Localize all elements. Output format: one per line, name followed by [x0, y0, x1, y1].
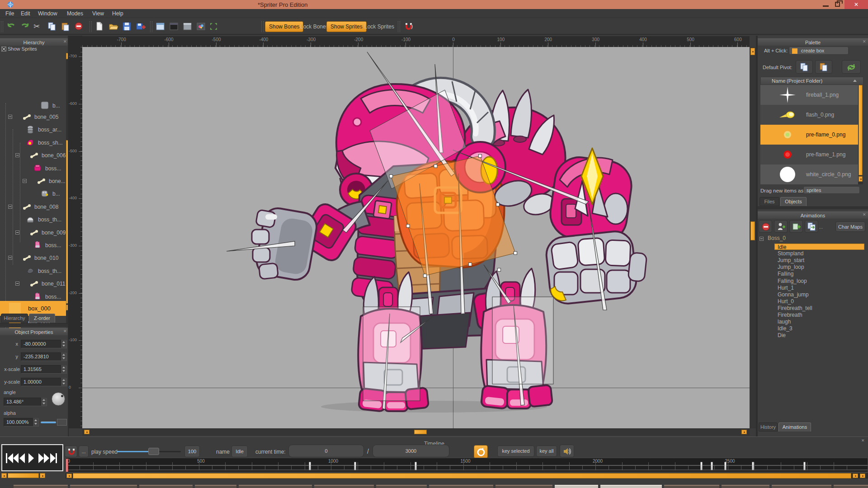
animation-Falling[interactable]: Falling	[775, 271, 865, 277]
expand-toggle[interactable]	[8, 205, 12, 209]
keyframe-marker[interactable]	[700, 462, 703, 470]
timeline-scrollbar[interactable]	[66, 473, 868, 479]
expand-toggle[interactable]	[15, 230, 19, 235]
pivot-refresh-button[interactable]	[842, 60, 861, 74]
import-icon[interactable]	[136, 22, 146, 32]
playhead[interactable]	[66, 459, 68, 472]
loop-button[interactable]	[474, 445, 488, 459]
redo-icon[interactable]	[20, 22, 30, 32]
menu-modes[interactable]: Modes	[67, 10, 83, 17]
menu-help[interactable]: Help	[112, 10, 123, 17]
canvas[interactable]	[82, 47, 750, 428]
hierarchy-row-b[interactable]: b...	[0, 100, 66, 111]
animation-Hurt_1[interactable]: Hurt_1	[775, 285, 865, 291]
total-time-field[interactable]: 3000	[373, 445, 449, 457]
timeline-close-icon[interactable]: ✕	[861, 439, 865, 443]
slider-handle[interactable]	[148, 448, 159, 455]
field-y[interactable]: -235.23810	[21, 352, 67, 361]
animation-Die[interactable]: Die	[775, 332, 865, 338]
tab-hierarchy[interactable]: Hierarchy	[1, 314, 28, 323]
panel-splitter[interactable]	[0, 323, 68, 328]
speed-value-button[interactable]: 100	[184, 446, 200, 457]
key-selected-button[interactable]: key selected	[497, 446, 534, 457]
lock-bones-button[interactable]: Lock Bones	[300, 23, 329, 30]
close-button[interactable]: ✕	[844, 0, 868, 9]
boss0-expand-toggle[interactable]	[760, 237, 764, 241]
keyframe-marker[interactable]	[724, 462, 726, 470]
magnet-button[interactable]	[65, 446, 77, 457]
file-row-flash_0.png[interactable]: flash_0.png	[760, 105, 858, 125]
delete-animation-button[interactable]	[759, 220, 772, 233]
expand-toggle[interactable]	[23, 179, 27, 183]
snap-magnet-icon[interactable]	[404, 22, 414, 32]
robot-character[interactable]	[82, 47, 750, 428]
panel-splitter-left[interactable]	[68, 36, 69, 443]
new-file-icon[interactable]	[95, 22, 105, 32]
restore-button[interactable]	[835, 2, 840, 7]
menu-edit[interactable]: Edit	[21, 10, 30, 17]
tab-animations[interactable]: Animations	[778, 422, 811, 432]
file-row-white_circle_0.png[interactable]: white_circle_0.png	[760, 164, 858, 184]
sound-button[interactable]	[560, 445, 574, 457]
animation-Idle[interactable]: Idle	[774, 244, 864, 250]
menu-window[interactable]: Window	[38, 10, 57, 17]
hierarchy-row-bone_010[interactable]: bone_010	[0, 253, 66, 263]
keyframe-marker[interactable]	[803, 462, 806, 470]
canvas-horizontal-scrollbar[interactable]	[82, 428, 750, 436]
pivot-paste-button[interactable]	[815, 60, 832, 74]
panel-splitter[interactable]	[758, 206, 868, 210]
keyframe-marker[interactable]	[415, 462, 417, 470]
show-sprites-button[interactable]: Show Sprites	[326, 21, 367, 32]
timeline-ruler[interactable]: 05001000150020002500	[66, 458, 868, 472]
animation-Jump_start[interactable]: Jump_start	[775, 257, 865, 263]
keyframe-marker[interactable]	[354, 462, 356, 470]
undo-icon[interactable]	[6, 22, 16, 32]
duplicate-animation-button[interactable]	[789, 220, 803, 233]
cut-icon[interactable]: ✂	[33, 22, 43, 32]
show-sprites-checkbox[interactable]	[1, 47, 6, 52]
options-button[interactable]: ...	[79, 446, 89, 457]
keyframe-marker[interactable]	[752, 462, 754, 470]
animation-Jump_loop[interactable]: Jump_loop	[775, 264, 865, 270]
hierarchy-row-boss_th[interactable]: boss_th...	[0, 266, 66, 277]
open-folder-icon[interactable]	[108, 22, 118, 32]
show-bones-button[interactable]: Show Bones	[265, 21, 303, 32]
tab-history[interactable]: History	[759, 422, 778, 432]
expand-toggle[interactable]	[8, 115, 12, 119]
animation-Hurt_0[interactable]: Hurt_0	[775, 298, 865, 305]
menu-view[interactable]: View	[92, 10, 104, 17]
file-row-fireball_1.png[interactable]: fireball_1.png	[760, 85, 858, 105]
hierarchy-row-boss_ar[interactable]: boss_ar...	[0, 124, 66, 135]
hierarchy-row-bone_008[interactable]: bone_008	[0, 202, 66, 212]
alt-click-dropdown[interactable]: create box	[789, 47, 849, 55]
keyframe-marker[interactable]	[309, 462, 311, 470]
window-icon-3[interactable]	[183, 22, 193, 32]
lock-sprites-button[interactable]: Lock Sprites	[364, 23, 394, 30]
animation-Firebreath[interactable]: Firebreath	[775, 312, 865, 318]
file-row-pre-flame_0.png[interactable]: pre-flame_0.png	[760, 125, 858, 145]
hierarchy-row-boss[interactable]: boss...	[0, 240, 66, 251]
hierarchy-row-bone_009[interactable]: bone_009	[0, 227, 66, 238]
window-icon-4[interactable]	[196, 22, 206, 32]
hierarchy-row-bone[interactable]: bone...	[0, 176, 66, 187]
save-icon[interactable]	[122, 22, 132, 32]
angle-dial[interactable]	[52, 392, 65, 406]
hierarchy-close-icon[interactable]: ✕	[63, 40, 67, 44]
hierarchy-row-bone_006[interactable]: bone_006	[0, 150, 66, 161]
current-time-field[interactable]: 0	[288, 445, 364, 457]
hierarchy-row-bone_011[interactable]: bone_011	[0, 278, 66, 289]
animation-Firebreath_tell[interactable]: Firebreath_tell	[775, 305, 865, 311]
drag-new-items-dropdown[interactable]: sprites	[803, 186, 860, 194]
animation-Falling_loop[interactable]: Falling_loop	[775, 278, 865, 284]
animation-Gonna_jump[interactable]: Gonna_jump	[775, 291, 865, 298]
expand-icon[interactable]	[209, 22, 219, 32]
hierarchy-row-boss[interactable]: boss...	[0, 291, 66, 302]
new-animation-button[interactable]	[774, 220, 788, 233]
hierarchy-row-bone_005[interactable]: bone_005	[0, 112, 66, 122]
field-x[interactable]: -80.00000	[21, 340, 67, 348]
left-mini-scrollbar[interactable]	[1, 473, 45, 478]
char-maps-button[interactable]: Char Maps	[835, 221, 865, 232]
pivot-copy-button[interactable]	[796, 60, 813, 74]
animations-close-icon[interactable]: ✕	[863, 213, 867, 217]
animation-laugh[interactable]: laugh	[775, 319, 865, 325]
